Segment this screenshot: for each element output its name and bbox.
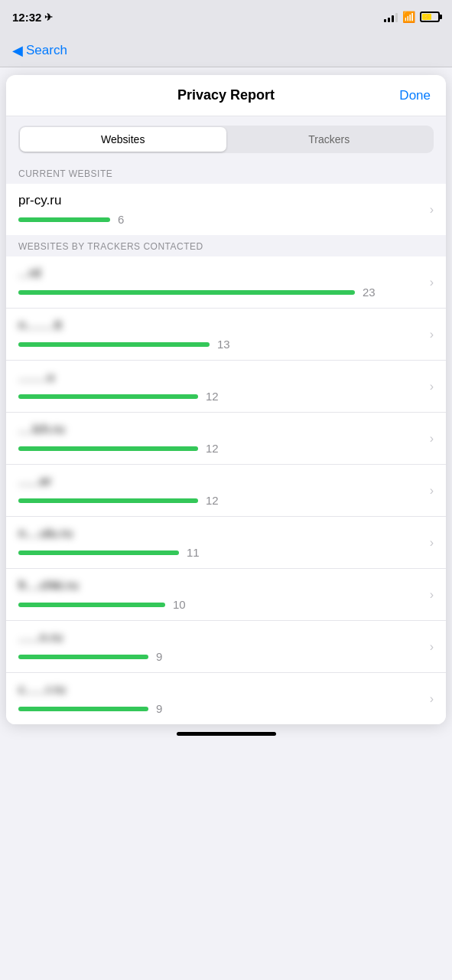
tracker-bar [18,707,148,711]
website-name: fr....chki.ru [18,578,434,593]
status-bar: 12:32 ✈ 📶 ⚡ [0,0,452,34]
list-item[interactable]: n........tt 13 › [6,309,446,361]
website-name: ......er [18,474,434,489]
current-website-name: pr-cy.ru [18,193,434,208]
tracker-bar [18,290,355,295]
tracker-bar [18,603,165,607]
bar-row: 12 [18,442,434,455]
tracker-bar [18,498,198,503]
chevron-icon: › [430,484,434,498]
website-name: c......r.ru [18,682,434,697]
chevron-icon: › [430,432,434,446]
bar-row: 9 [18,650,434,663]
home-indicator [177,732,276,736]
current-website-item[interactable]: pr-cy.ru 6 › [6,184,446,235]
current-website-bar-row: 6 [18,213,434,226]
tracker-bar [18,655,148,659]
current-website-section: CURRENT WEBSITE pr-cy.ru 6 › [6,162,446,235]
signal-icon [384,11,398,22]
website-name: n....ulu.ru [18,526,434,541]
status-left: 12:32 ✈ [12,11,53,24]
battery-bolt-icon: ⚡ [423,14,431,21]
trackers-section: WEBSITES BY TRACKERS CONTACTED ...rd 23 … [6,235,446,724]
website-name: ........u [18,370,434,385]
modal-title: Privacy Report [177,87,275,103]
privacy-report-modal: Privacy Report Done Websites Trackers CU… [6,75,446,724]
tracker-count: 10 [173,598,191,611]
current-website-count: 6 [118,213,136,226]
list-item[interactable]: ...rd 23 › [6,256,446,309]
current-website-bar [18,217,110,222]
tab-websites[interactable]: Websites [20,127,226,152]
website-name: ....lch.ru [18,422,434,437]
trackers-section-header: WEBSITES BY TRACKERS CONTACTED [6,235,446,256]
tracker-count: 9 [156,650,174,663]
time-label: 12:32 [12,11,41,24]
tracker-count: 11 [187,546,205,559]
tracker-count: 12 [206,442,224,455]
bar-row: 9 [18,702,434,715]
list-item[interactable]: ........u 12 › [6,361,446,413]
list-item[interactable]: ......n.ru 9 › [6,621,446,673]
segment-control: Websites Trackers [18,126,434,153]
website-name: ...rd [18,266,434,281]
modal-header: Privacy Report Done [6,75,446,116]
status-right: 📶 ⚡ [384,11,440,23]
battery-icon: ⚡ [420,11,440,22]
bar-row: 23 [18,286,434,299]
bar-row: 12 [18,494,434,507]
wifi-icon: 📶 [402,11,415,23]
bar-row: 12 [18,390,434,403]
current-website-chevron-icon: › [430,203,434,217]
back-button[interactable]: ◀ Search [12,42,67,59]
tracker-bar [18,446,198,451]
chevron-icon: › [430,640,434,654]
tab-websites-label: Websites [101,133,145,145]
current-website-header: CURRENT WEBSITE [6,162,446,184]
tab-trackers[interactable]: Trackers [226,127,433,152]
list-item[interactable]: n....ulu.ru 11 › [6,517,446,569]
bar-row: 10 [18,598,434,611]
list-item[interactable]: ......er 12 › [6,465,446,517]
segment-container: Websites Trackers [6,116,446,162]
tracker-bar [18,342,210,347]
tracker-bar [18,550,179,555]
tracker-count: 13 [217,338,236,351]
back-chevron-icon: ◀ [12,42,23,59]
website-name: ......n.ru [18,630,434,645]
tracker-count: 12 [206,390,224,403]
location-icon: ✈ [44,11,53,23]
website-name: n........tt [18,318,434,333]
tracker-bar [18,394,198,399]
trackers-list: ...rd 23 › n........tt 13 › ........u [6,256,446,724]
tracker-count: 12 [206,494,224,507]
list-item[interactable]: fr....chki.ru 10 › [6,569,446,621]
chevron-icon: › [430,276,434,289]
chevron-icon: › [430,588,434,602]
done-button[interactable]: Done [399,88,431,103]
chevron-icon: › [430,692,434,706]
tracker-count: 9 [156,702,174,715]
bar-row: 11 [18,546,434,559]
chevron-icon: › [430,328,434,341]
nav-bar: ◀ Search [0,34,452,67]
list-item[interactable]: ....lch.ru 12 › [6,413,446,465]
chevron-icon: › [430,536,434,550]
current-website-list: pr-cy.ru 6 › [6,184,446,235]
chevron-icon: › [430,380,434,394]
tracker-count: 23 [363,286,381,299]
list-item[interactable]: c......r.ru 9 › [6,673,446,724]
bar-row: 13 [18,338,434,351]
tab-trackers-label: Trackers [308,133,350,145]
back-label: Search [26,43,67,58]
